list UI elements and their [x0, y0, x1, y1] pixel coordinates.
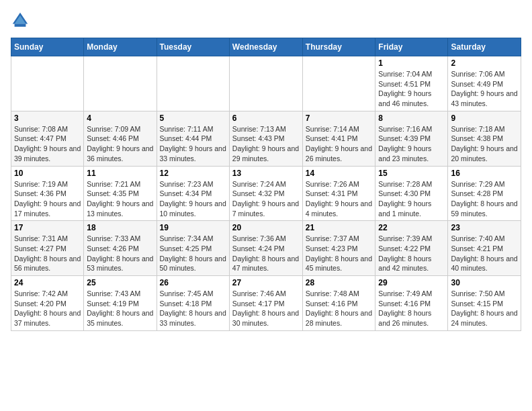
calendar-cell — [302, 56, 375, 111]
calendar-cell — [84, 56, 157, 111]
day-info: Sunrise: 7:43 AMSunset: 4:19 PMDaylight:… — [87, 289, 153, 328]
calendar-cell: 26Sunrise: 7:45 AMSunset: 4:18 PMDayligh… — [157, 276, 229, 331]
day-info: Sunrise: 7:50 AMSunset: 4:15 PMDaylight:… — [451, 289, 518, 328]
calendar-cell: 19Sunrise: 7:34 AMSunset: 4:25 PMDayligh… — [157, 221, 229, 276]
day-info: Sunrise: 7:18 AMSunset: 4:38 PMDaylight:… — [451, 124, 518, 164]
day-info: Sunrise: 7:40 AMSunset: 4:21 PMDaylight:… — [451, 234, 518, 273]
calendar-body: 1Sunrise: 7:04 AMSunset: 4:51 PMDaylight… — [11, 56, 521, 331]
day-number: 15 — [378, 169, 445, 178]
day-info: Sunrise: 7:33 AMSunset: 4:26 PMDaylight:… — [87, 234, 153, 273]
logo-icon — [11, 11, 30, 30]
calendar-cell: 14Sunrise: 7:26 AMSunset: 4:31 PMDayligh… — [302, 166, 375, 221]
calendar-cell: 28Sunrise: 7:48 AMSunset: 4:16 PMDayligh… — [302, 276, 375, 331]
day-number: 8 — [378, 113, 445, 123]
week-row-3: 10Sunrise: 7:19 AMSunset: 4:36 PMDayligh… — [11, 166, 521, 221]
calendar-cell: 12Sunrise: 7:23 AMSunset: 4:34 PMDayligh… — [157, 166, 229, 221]
day-info: Sunrise: 7:06 AMSunset: 4:49 PMDaylight:… — [451, 69, 518, 109]
calendar-cell: 13Sunrise: 7:24 AMSunset: 4:32 PMDayligh… — [229, 166, 302, 221]
day-info: Sunrise: 7:45 AMSunset: 4:18 PMDaylight:… — [160, 289, 226, 328]
calendar-cell: 9Sunrise: 7:18 AMSunset: 4:38 PMDaylight… — [448, 111, 521, 166]
day-number: 26 — [160, 278, 226, 287]
day-number: 4 — [87, 113, 153, 123]
calendar-header: SundayMondayTuesdayWednesdayThursdayFrid… — [11, 38, 521, 56]
calendar-cell: 23Sunrise: 7:40 AMSunset: 4:21 PMDayligh… — [448, 221, 521, 276]
calendar-cell: 16Sunrise: 7:29 AMSunset: 4:28 PMDayligh… — [448, 166, 521, 221]
calendar-cell: 15Sunrise: 7:28 AMSunset: 4:30 PMDayligh… — [375, 166, 448, 221]
day-info: Sunrise: 7:42 AMSunset: 4:20 PMDaylight:… — [14, 289, 81, 328]
day-number: 21 — [306, 223, 373, 232]
day-number: 9 — [451, 113, 518, 123]
day-number: 6 — [232, 113, 300, 123]
calendar-cell: 22Sunrise: 7:39 AMSunset: 4:22 PMDayligh… — [375, 221, 448, 276]
week-row-4: 17Sunrise: 7:31 AMSunset: 4:27 PMDayligh… — [11, 221, 521, 276]
calendar-cell — [229, 56, 302, 111]
calendar-cell: 29Sunrise: 7:49 AMSunset: 4:16 PMDayligh… — [375, 276, 448, 331]
day-number: 23 — [451, 223, 518, 232]
calendar-cell: 4Sunrise: 7:09 AMSunset: 4:46 PMDaylight… — [84, 111, 157, 166]
logo — [11, 11, 32, 30]
calendar-cell: 30Sunrise: 7:50 AMSunset: 4:15 PMDayligh… — [448, 276, 521, 331]
day-number: 13 — [232, 169, 300, 178]
day-info: Sunrise: 7:09 AMSunset: 4:46 PMDaylight:… — [87, 124, 153, 164]
day-number: 3 — [14, 113, 81, 123]
day-info: Sunrise: 7:39 AMSunset: 4:22 PMDaylight:… — [378, 234, 445, 273]
day-number: 30 — [451, 278, 518, 287]
day-info: Sunrise: 7:14 AMSunset: 4:41 PMDaylight:… — [306, 124, 373, 164]
calendar-cell: 3Sunrise: 7:08 AMSunset: 4:47 PMDaylight… — [11, 111, 84, 166]
day-number: 12 — [160, 169, 226, 178]
calendar-cell: 21Sunrise: 7:37 AMSunset: 4:23 PMDayligh… — [302, 221, 375, 276]
calendar-cell: 18Sunrise: 7:33 AMSunset: 4:26 PMDayligh… — [84, 221, 157, 276]
calendar-cell: 8Sunrise: 7:16 AMSunset: 4:39 PMDaylight… — [375, 111, 448, 166]
calendar-cell: 10Sunrise: 7:19 AMSunset: 4:36 PMDayligh… — [11, 166, 84, 221]
week-row-5: 24Sunrise: 7:42 AMSunset: 4:20 PMDayligh… — [11, 276, 521, 331]
column-header-tuesday: Tuesday — [157, 38, 229, 56]
day-info: Sunrise: 7:08 AMSunset: 4:47 PMDaylight:… — [14, 124, 81, 164]
calendar-cell: 7Sunrise: 7:14 AMSunset: 4:41 PMDaylight… — [302, 111, 375, 166]
day-number: 17 — [14, 223, 81, 232]
day-info: Sunrise: 7:28 AMSunset: 4:30 PMDaylight:… — [378, 179, 445, 219]
day-number: 28 — [306, 278, 373, 287]
calendar-cell — [157, 56, 229, 111]
day-number: 14 — [306, 169, 373, 178]
day-number: 24 — [14, 278, 81, 287]
day-info: Sunrise: 7:11 AMSunset: 4:44 PMDaylight:… — [160, 124, 226, 164]
day-info: Sunrise: 7:26 AMSunset: 4:31 PMDaylight:… — [306, 179, 373, 219]
svg-rect-2 — [15, 24, 26, 27]
page-header — [11, 11, 521, 30]
day-number: 29 — [378, 278, 445, 287]
column-header-friday: Friday — [375, 38, 448, 56]
day-info: Sunrise: 7:49 AMSunset: 4:16 PMDaylight:… — [378, 289, 445, 328]
calendar-cell: 5Sunrise: 7:11 AMSunset: 4:44 PMDaylight… — [157, 111, 229, 166]
day-number: 18 — [87, 223, 153, 232]
calendar-table: SundayMondayTuesdayWednesdayThursdayFrid… — [11, 38, 521, 331]
day-info: Sunrise: 7:24 AMSunset: 4:32 PMDaylight:… — [232, 179, 300, 219]
day-info: Sunrise: 7:19 AMSunset: 4:36 PMDaylight:… — [14, 179, 81, 219]
column-header-wednesday: Wednesday — [229, 38, 302, 56]
column-header-saturday: Saturday — [448, 38, 521, 56]
week-row-1: 1Sunrise: 7:04 AMSunset: 4:51 PMDaylight… — [11, 56, 521, 111]
day-info: Sunrise: 7:21 AMSunset: 4:35 PMDaylight:… — [87, 179, 153, 219]
day-number: 19 — [160, 223, 226, 232]
day-info: Sunrise: 7:37 AMSunset: 4:23 PMDaylight:… — [306, 234, 373, 273]
week-row-2: 3Sunrise: 7:08 AMSunset: 4:47 PMDaylight… — [11, 111, 521, 166]
day-info: Sunrise: 7:34 AMSunset: 4:25 PMDaylight:… — [160, 234, 226, 273]
day-number: 5 — [160, 113, 226, 123]
day-number: 11 — [87, 169, 153, 178]
calendar-cell: 2Sunrise: 7:06 AMSunset: 4:49 PMDaylight… — [448, 56, 521, 111]
calendar-cell: 24Sunrise: 7:42 AMSunset: 4:20 PMDayligh… — [11, 276, 84, 331]
day-number: 16 — [451, 169, 518, 178]
column-header-sunday: Sunday — [11, 38, 84, 56]
calendar-cell — [11, 56, 84, 111]
column-header-thursday: Thursday — [302, 38, 375, 56]
day-info: Sunrise: 7:29 AMSunset: 4:28 PMDaylight:… — [451, 179, 518, 219]
calendar-cell: 27Sunrise: 7:46 AMSunset: 4:17 PMDayligh… — [229, 276, 302, 331]
day-number: 22 — [378, 223, 445, 232]
day-info: Sunrise: 7:23 AMSunset: 4:34 PMDaylight:… — [160, 179, 226, 219]
day-info: Sunrise: 7:31 AMSunset: 4:27 PMDaylight:… — [14, 234, 81, 273]
calendar-cell: 6Sunrise: 7:13 AMSunset: 4:43 PMDaylight… — [229, 111, 302, 166]
day-info: Sunrise: 7:46 AMSunset: 4:17 PMDaylight:… — [232, 289, 300, 328]
calendar-cell: 11Sunrise: 7:21 AMSunset: 4:35 PMDayligh… — [84, 166, 157, 221]
day-number: 2 — [451, 58, 518, 68]
day-info: Sunrise: 7:16 AMSunset: 4:39 PMDaylight:… — [378, 124, 445, 164]
calendar-cell: 1Sunrise: 7:04 AMSunset: 4:51 PMDaylight… — [375, 56, 448, 111]
